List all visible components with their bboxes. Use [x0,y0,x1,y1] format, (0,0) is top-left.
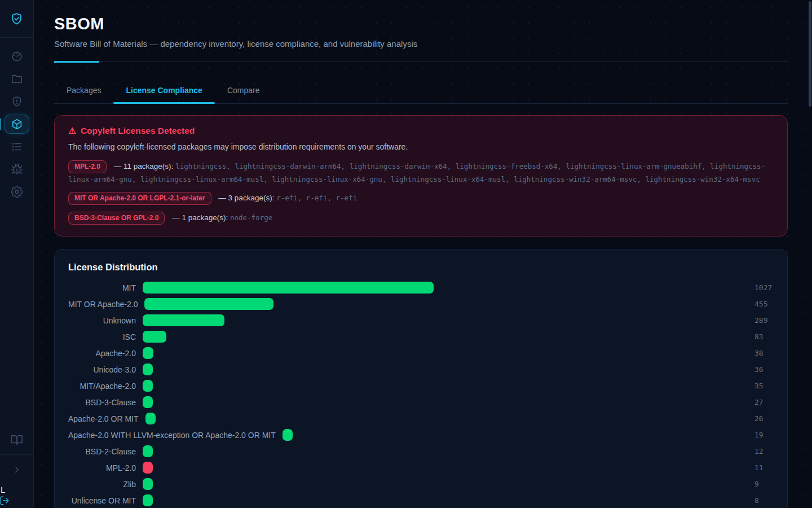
chevron-right-icon [12,465,22,475]
chart-row: Apache-2.0 OR MIT26 [68,413,774,424]
chart-row-value: 12 [754,447,774,456]
logout-button[interactable] [0,496,10,506]
book-icon [11,433,23,446]
chart-bar [143,331,166,343]
chart-row-value: 11 [754,463,774,472]
chart-row-value: 35 [754,382,774,390]
sidebar-collapse-button[interactable] [0,458,34,481]
package-count: — 11 package(s): [114,162,174,170]
chart-row-label: MIT [68,283,136,292]
sidebar-divider [0,454,33,455]
license-group: MIT OR Apache-2.0 OR LGPL-2.1-or-later —… [68,192,774,205]
chart-row-value: 19 [754,431,774,439]
chart-row: Apache-2.0 WITH LLVM-exception OR Apache… [68,429,774,441]
chart-row: MIT OR Apache-2.0455 [68,298,774,310]
sidebar-item-issues[interactable] [0,158,34,181]
chart-bar [143,347,153,359]
gear-icon [11,186,23,198]
dashboard-gauge-icon [11,50,23,63]
package-list: r-efi, r-efi, r-efi [276,194,357,202]
chart-row-label: ISC [68,332,136,341]
chart-row-label: Apache-2.0 WITH LLVM-exception OR Apache… [68,431,276,440]
chart-row: Unlicense OR MIT8 [68,494,774,506]
sidebar-item-settings[interactable] [0,181,34,203]
chart-row-label: Unlicense OR MIT [68,496,136,505]
chart-row-value: 36 [754,365,774,374]
chart-bar [143,282,434,294]
chart-row-value: 1027 [754,283,774,292]
sidebar-footer: L [1,485,10,506]
chart-bar [283,429,293,441]
sidebar-item-inventory-list[interactable] [0,135,34,158]
shield-alert-icon [11,95,23,108]
list-icon [11,141,23,153]
warning-description: The following copyleft-licensed packages… [68,142,774,151]
warning-triangle-icon: ⚠ [68,126,76,136]
chart-bar [143,364,153,375]
sidebar-item-vulnerabilities[interactable] [0,90,34,113]
vertical-scrollbar[interactable] [809,1,811,107]
chart-row-label: Unicode-3.0 [68,365,136,374]
chart-row: MPL-2.011 [68,462,774,474]
package-count: — 1 package(s): [172,213,228,222]
active-indicator-bar [0,118,1,130]
chart-row: Zlib9 [68,478,774,490]
chart-title: License Distribution [68,262,774,273]
chart-bar [143,396,153,408]
app-logo[interactable] [0,0,33,38]
warning-title: ⚠ Copyleft Licenses Detected [68,126,774,136]
package-list: node-forge [230,213,272,222]
tab-compare[interactable]: Compare [215,77,272,103]
package-list: lightningcss, lightningcss-darwin-arm64,… [68,162,765,183]
chart-bar [143,380,153,392]
tab-license-compliance[interactable]: License Compliance [113,77,214,103]
chart-row-value: 83 [754,332,774,341]
sidebar-item-sbom[interactable] [0,113,34,135]
chart-bar [143,478,153,490]
chart-bar [143,445,153,457]
chart-row-value: 289 [754,316,774,325]
chart-row-value: 38 [754,349,774,357]
tab-packages[interactable]: Packages [54,77,113,103]
chart-row: Unknown289 [68,314,774,326]
license-group: BSD-3-Clause OR GPL-2.0 — 1 package(s): … [68,212,774,225]
chart-row-label: MIT OR Apache-2.0 [68,300,138,309]
chart-bar [143,314,224,326]
chart-row-value: 26 [754,414,774,423]
license-badge: MPL-2.0 [68,160,107,173]
chart-row-label: Zlib [68,480,136,489]
chart-row-label: Apache-2.0 [68,349,136,358]
chart-bar [143,494,153,506]
folder-icon [11,73,23,85]
logout-icon [0,496,10,506]
sidebar-item-docs[interactable] [0,428,34,451]
license-badge: MIT OR Apache-2.0 OR LGPL-2.1-or-later [68,192,211,205]
chart-bar [143,462,153,474]
page-subtitle: Software Bill of Materials — dependency … [54,39,788,49]
chart-row-value: 455 [754,300,774,308]
chart-bar [145,413,156,424]
chart-row-label: MIT/Apache-2.0 [68,382,136,391]
chart-row-label: Unknown [68,316,136,325]
sidebar-item-projects[interactable] [0,68,34,90]
copyleft-warning-panel: ⚠ Copyleft Licenses Detected The followi… [54,115,788,237]
chart-row: MIT1027 [68,282,774,294]
chart-row-label: MPL-2.0 [68,463,136,472]
license-badge: BSD-3-Clause OR GPL-2.0 [68,212,165,225]
main-content: SBOM Software Bill of Materials — depend… [34,0,812,508]
chart-row-label: BSD-2-Clause [68,447,136,456]
chart-row-value: 8 [754,496,774,505]
chart-row-label: BSD-3-Clause [68,398,136,407]
chart-row-label: Apache-2.0 OR MIT [68,414,139,423]
header-accent-bar [54,61,99,63]
chart-row: BSD-2-Clause12 [68,445,774,457]
package-cube-icon [11,118,23,130]
page-title: SBOM [54,15,788,33]
bug-icon [11,163,23,176]
package-count: — 3 package(s): [218,194,274,202]
chart-bar [144,298,273,310]
sidebar-item-dashboard[interactable] [0,45,34,68]
chart-row: Apache-2.038 [68,347,774,359]
chart-rows: MIT1027MIT OR Apache-2.0455Unknown289ISC… [68,282,774,508]
chart-row: BSD-3-Clause27 [68,396,774,408]
